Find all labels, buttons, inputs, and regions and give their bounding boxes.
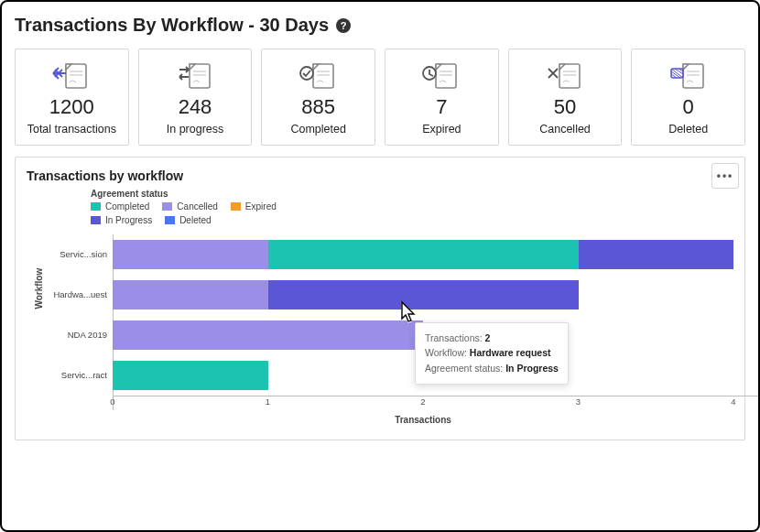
card-value: 0 — [683, 97, 694, 117]
card-total[interactable]: 1200Total transactions — [15, 49, 129, 146]
chart-rows: Servic...sionHardwa...uestNDA 2019Servic… — [49, 234, 733, 396]
card-value: 1200 — [49, 97, 94, 117]
card-completed[interactable]: 885Completed — [261, 49, 375, 146]
chart-tooltip: Transactions: 2 Workflow: Hardware reque… — [415, 322, 569, 385]
summary-cards: 1200Total transactions248In progress885C… — [15, 49, 745, 146]
bar-segment[interactable] — [268, 240, 579, 269]
cancelled-icon — [545, 59, 585, 92]
page-title: Transactions By Workflow - 30 Days ? — [15, 15, 745, 36]
card-deleted[interactable]: 0Deleted — [631, 49, 745, 146]
svg-rect-10 — [436, 64, 456, 88]
bar-stage — [113, 234, 733, 275]
card-label: Completed — [290, 123, 345, 137]
bar-segment[interactable] — [113, 320, 423, 350]
x-axis-label: Transactions — [113, 415, 733, 425]
x-tick: 1 — [266, 396, 270, 407]
chart-row: NDA 2019 — [49, 315, 733, 355]
x-axis-ticks: 01234 — [113, 396, 733, 411]
card-inprogress[interactable]: 248In progress — [138, 49, 253, 146]
legend-item[interactable]: Cancelled — [162, 201, 217, 212]
category-label: NDA 2019 — [49, 330, 113, 340]
legend-item[interactable]: Expired — [231, 201, 277, 212]
svg-rect-14 — [559, 64, 580, 88]
y-axis-label: Workflow — [34, 267, 44, 309]
card-value: 885 — [301, 97, 335, 117]
card-label: Expired — [422, 123, 461, 137]
deleted-icon — [668, 59, 709, 92]
bar-segment[interactable] — [579, 240, 734, 269]
bar-segment[interactable] — [268, 280, 579, 309]
bar-segment[interactable] — [113, 361, 268, 390]
x-tick: 0 — [110, 396, 114, 407]
svg-rect-3 — [190, 64, 210, 88]
card-label: In progress — [167, 123, 224, 137]
legend-item[interactable]: Completed — [91, 201, 149, 212]
svg-rect-6 — [313, 64, 333, 88]
legend-swatch — [165, 216, 175, 224]
card-value: 50 — [554, 97, 576, 117]
card-expired[interactable]: 7Expired — [385, 49, 499, 146]
panel-more-button[interactable]: ••• — [711, 163, 739, 189]
card-cancelled[interactable]: 50Cancelled — [508, 49, 623, 146]
bar-stage — [113, 275, 733, 315]
chart-row: Servic...ract — [49, 355, 733, 396]
legend-title: Agreement status — [91, 189, 733, 199]
completed-icon — [299, 59, 339, 92]
card-value: 7 — [436, 97, 447, 117]
legend-swatch — [91, 202, 101, 211]
x-tick: 3 — [576, 396, 581, 407]
chart-plot: Workflow Servic...sionHardwa...uestNDA 2… — [49, 234, 733, 425]
total-icon — [51, 59, 92, 92]
inprogress-icon — [175, 59, 215, 92]
category-label: Hardwa...uest — [49, 289, 113, 299]
legend-label: Deleted — [179, 215, 211, 225]
workflow-panel: ••• Transactions by workflow Agreement s… — [15, 157, 745, 440]
category-label: Servic...ract — [49, 370, 113, 380]
svg-rect-17 — [683, 64, 703, 88]
bar-segment[interactable] — [113, 240, 268, 269]
x-tick: 2 — [420, 396, 425, 407]
legend-swatch — [162, 202, 172, 211]
legend-item[interactable]: Deleted — [165, 215, 211, 225]
page-title-text: Transactions By Workflow - 30 Days — [15, 15, 329, 36]
expired-icon — [421, 59, 461, 92]
card-label: Total transactions — [27, 123, 116, 137]
category-label: Servic...sion — [49, 249, 113, 259]
help-icon[interactable]: ? — [336, 18, 351, 33]
chart-row: Servic...sion — [49, 234, 733, 275]
panel-title: Transactions by workflow — [27, 168, 733, 183]
legend-label: Cancelled — [177, 201, 217, 212]
legend-swatch — [231, 202, 241, 211]
legend-item[interactable]: In Progress — [91, 215, 152, 225]
legend-label: In Progress — [105, 215, 152, 225]
card-label: Cancelled — [539, 123, 591, 137]
svg-point-9 — [300, 67, 313, 80]
card-label: Deleted — [668, 123, 708, 137]
legend-label: Expired — [245, 201, 277, 212]
svg-rect-0 — [66, 64, 86, 88]
x-tick: 4 — [731, 396, 735, 407]
bar-segment[interactable] — [113, 280, 268, 309]
legend-swatch — [91, 216, 101, 224]
legend-label: Completed — [105, 201, 149, 212]
legend: CompletedCancelledExpiredIn ProgressDele… — [91, 201, 329, 225]
chart-row: Hardwa...uest — [49, 275, 733, 315]
report-frame: Transactions By Workflow - 30 Days ? 120… — [0, 0, 760, 532]
card-value: 248 — [179, 97, 212, 117]
